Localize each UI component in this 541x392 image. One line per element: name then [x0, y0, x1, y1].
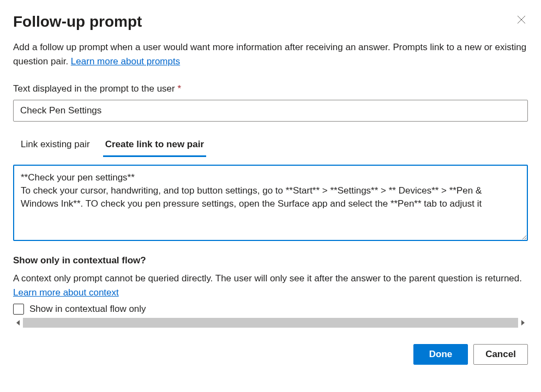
learn-more-prompts-link[interactable]: Learn more about prompts [71, 56, 180, 67]
answer-textarea[interactable]: **Check your pen settings** To check you… [13, 165, 528, 241]
intro-text: Add a follow up prompt when a user would… [13, 40, 528, 68]
horizontal-scrollbar[interactable] [13, 318, 528, 328]
done-button[interactable]: Done [413, 344, 468, 365]
tabs: Link existing pair Create link to new pa… [13, 136, 528, 157]
cancel-button[interactable]: Cancel [473, 344, 528, 365]
scrollbar-track[interactable] [23, 318, 518, 328]
dialog-title: Follow-up prompt [13, 13, 142, 31]
contextual-description-text: A context only prompt cannot be queried … [13, 273, 522, 284]
contextual-checkbox-label: Show in contextual flow only [29, 304, 146, 315]
learn-more-context-link[interactable]: Learn more about context [13, 287, 119, 298]
tab-create-new[interactable]: Create link to new pair [103, 136, 206, 157]
tab-link-existing[interactable]: Link existing pair [19, 136, 92, 157]
svg-marker-3 [521, 320, 525, 325]
triangle-right-icon [521, 320, 525, 325]
scroll-left-arrow[interactable] [13, 318, 23, 328]
display-text-label-text: Text displayed in the prompt to the user [13, 83, 175, 94]
close-icon [517, 15, 526, 24]
triangle-left-icon [16, 320, 20, 325]
contextual-checkbox[interactable] [13, 304, 24, 315]
svg-marker-2 [16, 320, 20, 325]
display-text-input[interactable] [13, 100, 528, 122]
contextual-heading: Show only in contextual flow? [13, 255, 528, 266]
required-indicator: * [177, 83, 181, 94]
contextual-description: A context only prompt cannot be queried … [13, 272, 528, 299]
scroll-right-arrow[interactable] [518, 318, 528, 328]
close-button[interactable] [515, 13, 528, 28]
display-text-label: Text displayed in the prompt to the user… [13, 83, 528, 94]
